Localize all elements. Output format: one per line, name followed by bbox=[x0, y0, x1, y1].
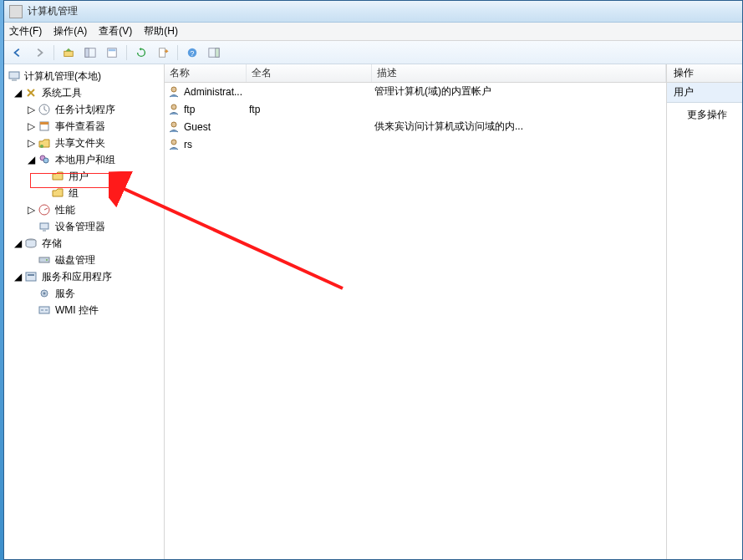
tree-storage[interactable]: ◢ 存储 bbox=[4, 235, 164, 252]
event-viewer-icon bbox=[38, 120, 51, 133]
tree-users[interactable]: 用户 bbox=[4, 168, 164, 185]
tree-label: 计算机管理(本地) bbox=[24, 69, 101, 84]
action-pane: 操作 用户 更多操作 bbox=[667, 64, 742, 559]
tree-services[interactable]: 服务 bbox=[4, 285, 164, 302]
show-hide-tree-button[interactable] bbox=[80, 43, 100, 62]
tree-label: 磁盘管理 bbox=[53, 252, 98, 268]
svg-rect-9 bbox=[216, 48, 219, 57]
list-header: 名称 全名 描述 bbox=[165, 64, 666, 83]
column-fullname[interactable]: 全名 bbox=[247, 64, 372, 82]
tree-label: 任务计划程序 bbox=[53, 102, 118, 118]
tree-performance[interactable]: ▷ 性能 bbox=[4, 201, 164, 218]
tree-shared-folders[interactable]: ▷ 共享文件夹 bbox=[4, 135, 164, 151]
folder-icon bbox=[51, 186, 64, 200]
properties-button[interactable] bbox=[102, 43, 122, 62]
svg-rect-28 bbox=[39, 307, 49, 313]
svg-rect-14 bbox=[40, 122, 48, 125]
toolbar-separator bbox=[126, 45, 127, 60]
export-list-button[interactable] bbox=[153, 43, 173, 62]
tree-disk-management[interactable]: 磁盘管理 bbox=[4, 252, 164, 268]
tree-system-tools[interactable]: ◢ 系统工具 bbox=[4, 84, 164, 101]
expand-icon[interactable]: ▷ bbox=[26, 121, 36, 131]
svg-rect-25 bbox=[28, 274, 34, 276]
action-more-link[interactable]: 更多操作 bbox=[667, 103, 742, 127]
svg-rect-2 bbox=[85, 48, 89, 57]
collapse-icon[interactable]: ◢ bbox=[13, 88, 23, 98]
tree-services-apps[interactable]: ◢ 服务和应用程序 bbox=[4, 268, 164, 285]
tree-task-scheduler[interactable]: ▷ 任务计划程序 bbox=[4, 101, 164, 118]
tree-groups[interactable]: 组 bbox=[4, 185, 164, 201]
menu-action[interactable]: 操作(A) bbox=[53, 24, 87, 38]
menu-view[interactable]: 查看(V) bbox=[99, 24, 132, 38]
titlebar: 计算机管理 bbox=[4, 1, 742, 23]
user-name: Guest bbox=[184, 121, 249, 133]
tree-label: 服务 bbox=[53, 286, 78, 302]
action-section-users: 用户 bbox=[667, 83, 742, 103]
user-description: 供来宾访问计算机或访问域的内... bbox=[374, 120, 664, 134]
user-name: rs bbox=[184, 139, 249, 150]
performance-icon bbox=[38, 203, 51, 216]
column-name[interactable]: 名称 bbox=[165, 64, 247, 82]
collapse-icon[interactable]: ◢ bbox=[13, 272, 23, 282]
users-groups-icon bbox=[38, 153, 51, 166]
user-icon bbox=[167, 85, 181, 99]
svg-rect-20 bbox=[43, 230, 46, 232]
up-one-level-button[interactable] bbox=[59, 43, 79, 62]
list-body[interactable]: Administrat... 管理计算机(域)的内置帐户 ftp ftp Gue… bbox=[165, 83, 666, 559]
menu-help[interactable]: 帮助(H) bbox=[144, 24, 178, 38]
user-row[interactable]: ftp ftp bbox=[165, 100, 666, 118]
back-button[interactable] bbox=[8, 43, 28, 62]
svg-point-32 bbox=[171, 140, 176, 145]
svg-point-27 bbox=[43, 293, 46, 295]
tree-event-viewer[interactable]: ▷ 事件查看器 bbox=[4, 118, 164, 135]
svg-rect-10 bbox=[9, 72, 19, 79]
device-manager-icon bbox=[38, 220, 51, 233]
refresh-button[interactable] bbox=[131, 43, 151, 62]
svg-rect-19 bbox=[40, 223, 48, 229]
tree-root-computer-management[interactable]: 计算机管理(本地) bbox=[4, 68, 164, 84]
svg-point-31 bbox=[171, 122, 176, 127]
user-name: ftp bbox=[184, 104, 249, 115]
tree-label: 组 bbox=[66, 186, 81, 201]
user-row[interactable]: Guest 供来宾访问计算机或访问域的内... bbox=[165, 118, 666, 135]
storage-icon bbox=[24, 237, 38, 250]
content-panes: 计算机管理(本地) ◢ 系统工具 ▷ 任务计划程序 ▷ 事件查看器 ▷ bbox=[4, 64, 742, 559]
tree-label: 性能 bbox=[53, 202, 78, 218]
tree-label: 服务和应用程序 bbox=[39, 269, 115, 285]
collapse-icon[interactable]: ◢ bbox=[13, 238, 23, 248]
column-description[interactable]: 描述 bbox=[372, 64, 666, 82]
clock-icon bbox=[38, 103, 51, 116]
disk-icon bbox=[38, 253, 51, 267]
tree-wmi-control[interactable]: WMI 控件 bbox=[4, 302, 164, 318]
svg-rect-24 bbox=[26, 272, 36, 281]
tree-label: 共享文件夹 bbox=[53, 135, 108, 151]
tree-pane[interactable]: 计算机管理(本地) ◢ 系统工具 ▷ 任务计划程序 ▷ 事件查看器 ▷ bbox=[4, 64, 165, 559]
svg-point-23 bbox=[46, 259, 48, 261]
svg-rect-4 bbox=[109, 48, 116, 51]
user-icon bbox=[167, 120, 181, 134]
svg-text:?: ? bbox=[191, 48, 195, 57]
services-apps-icon bbox=[24, 270, 38, 283]
user-icon bbox=[167, 103, 181, 116]
app-icon bbox=[9, 5, 23, 18]
svg-rect-0 bbox=[64, 51, 74, 56]
tree-device-manager[interactable]: 设备管理器 bbox=[4, 218, 164, 235]
forward-button[interactable] bbox=[29, 43, 49, 62]
shared-folder-icon bbox=[38, 136, 51, 150]
expand-icon[interactable]: ▷ bbox=[26, 104, 36, 115]
action-pane-toggle-button[interactable] bbox=[204, 43, 224, 62]
user-row[interactable]: Administrat... 管理计算机(域)的内置帐户 bbox=[165, 83, 666, 100]
user-name: Administrat... bbox=[184, 86, 249, 98]
tools-icon bbox=[24, 86, 38, 99]
help-button[interactable]: ? bbox=[182, 43, 202, 62]
user-row[interactable]: rs bbox=[165, 135, 666, 153]
expand-icon[interactable]: ▷ bbox=[26, 138, 36, 148]
tree-local-users-groups[interactable]: ◢ 本地用户和组 bbox=[4, 151, 164, 168]
menu-file[interactable]: 文件(F) bbox=[9, 24, 42, 38]
expand-icon[interactable]: ▷ bbox=[26, 205, 36, 215]
gear-icon bbox=[38, 287, 51, 300]
collapse-icon[interactable]: ◢ bbox=[26, 155, 36, 165]
tree-label: 本地用户和组 bbox=[53, 152, 118, 168]
menubar: 文件(F) 操作(A) 查看(V) 帮助(H) bbox=[4, 23, 742, 41]
svg-point-17 bbox=[43, 158, 48, 163]
